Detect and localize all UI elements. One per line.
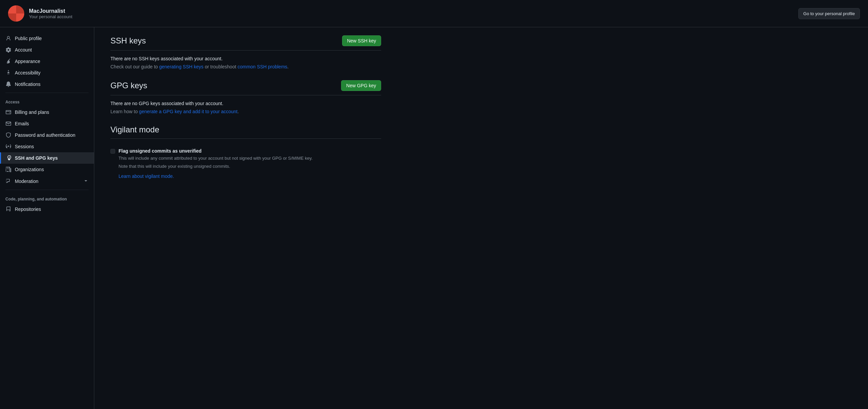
accessibility-icon: [5, 70, 11, 76]
gear-icon: [5, 47, 11, 53]
user-subtitle: Your personal account: [29, 14, 72, 19]
sidebar-item-password[interactable]: Password and authentication: [0, 129, 94, 141]
sidebar-item-label: Billing and plans: [15, 110, 49, 115]
no-ssh-keys-text: There are no SSH keys associated with yo…: [111, 56, 381, 61]
mail-icon: [5, 121, 11, 127]
access-section-label: Access: [0, 96, 94, 107]
sidebar-item-label: Password and authentication: [15, 133, 75, 138]
bell-icon: [5, 81, 11, 87]
generate-gpg-key-link[interactable]: generate a GPG key and add it to your ac…: [139, 109, 238, 114]
credit-card-icon: [5, 109, 11, 115]
learn-vigilant-mode-link[interactable]: Learn about vigilant mode.: [119, 174, 312, 179]
code-section-label: Code, planning, and automation: [0, 193, 94, 204]
sidebar-item-emails[interactable]: Emails: [0, 118, 94, 129]
checkbox-description-line1: This will include any commit attributed …: [119, 155, 312, 162]
new-gpg-key-button[interactable]: New GPG key: [341, 80, 381, 91]
main-content: SSH keys New SSH key There are no SSH ke…: [94, 27, 397, 409]
sidebar-item-label: Sessions: [15, 144, 34, 149]
sidebar-item-label: Emails: [15, 121, 29, 126]
sidebar-item-sessions[interactable]: Sessions: [0, 141, 94, 152]
sidebar-item-label: Public profile: [15, 36, 42, 41]
vigilant-section-title: Vigilant mode: [111, 125, 381, 139]
sidebar-item-label: SSH and GPG keys: [15, 155, 58, 161]
sidebar-item-label: Notifications: [15, 82, 40, 87]
flag-unsigned-commits-row: Flag unsigned commits as unverified This…: [111, 144, 381, 183]
new-ssh-key-button[interactable]: New SSH key: [342, 35, 381, 46]
sidebar-item-notifications[interactable]: Notifications: [0, 79, 94, 90]
sidebar-item-label: Appearance: [15, 59, 40, 64]
no-gpg-keys-text: There are no GPG keys associated with yo…: [111, 101, 381, 106]
sidebar-item-appearance[interactable]: Appearance: [0, 56, 94, 67]
ssh-guide-text: Check out our guide to generating SSH ke…: [111, 64, 381, 69]
sidebar: Public profile Account Appearance Access…: [0, 27, 94, 409]
flag-unsigned-commits-checkbox[interactable]: [111, 149, 115, 154]
sidebar-item-account[interactable]: Account: [0, 44, 94, 56]
avatar: [8, 5, 24, 22]
generating-ssh-keys-link[interactable]: generating SSH keys: [159, 64, 204, 69]
sidebar-item-billing[interactable]: Billing and plans: [0, 107, 94, 118]
user-text-info: MacJournalist Your personal account: [29, 8, 72, 19]
sidebar-item-moderation[interactable]: Moderation: [0, 175, 94, 187]
sidebar-item-organizations[interactable]: Organizations: [0, 164, 94, 175]
org-icon: [5, 167, 11, 173]
sidebar-item-accessibility[interactable]: Accessibility: [0, 67, 94, 79]
gpg-section-title: GPG keys New GPG key: [111, 80, 381, 95]
sidebar-item-label: Organizations: [15, 167, 44, 172]
sidebar-item-label: Accessibility: [15, 70, 40, 76]
checkbox-description-line2: Note that this will include your existin…: [119, 163, 312, 170]
paintbrush-icon: [5, 58, 11, 64]
sidebar-item-label: Account: [15, 47, 32, 53]
ssh-keys-section: SSH keys New SSH key There are no SSH ke…: [111, 35, 381, 69]
repo-icon: [5, 206, 11, 212]
shield-icon: [5, 132, 11, 138]
common-ssh-problems-link[interactable]: common SSH problems: [237, 64, 287, 69]
sidebar-item-label: Moderation: [15, 179, 38, 184]
user-info: MacJournalist Your personal account: [8, 5, 72, 22]
sidebar-divider: [5, 93, 89, 93]
go-to-profile-button[interactable]: Go to your personal profile: [798, 8, 860, 19]
comment-icon: [5, 178, 11, 184]
broadcast-icon: [5, 144, 11, 150]
checkbox-label: Flag unsigned commits as unverified: [119, 148, 312, 154]
sidebar-item-label: Repositories: [15, 206, 41, 212]
sidebar-divider-2: [5, 190, 89, 190]
gpg-keys-section: GPG keys New GPG key There are no GPG ke…: [111, 80, 381, 114]
page-wrapper: MacJournalist Your personal account Go t…: [0, 0, 868, 409]
checkbox-label-group: Flag unsigned commits as unverified This…: [119, 148, 312, 179]
sidebar-item-ssh-gpg[interactable]: SSH and GPG keys: [0, 152, 94, 164]
chevron-down-icon: [83, 178, 89, 184]
person-icon: [5, 35, 11, 41]
content-area: Public profile Account Appearance Access…: [0, 27, 868, 409]
ssh-section-title: SSH keys New SSH key: [111, 35, 381, 51]
top-header: MacJournalist Your personal account Go t…: [0, 0, 868, 27]
key-icon: [5, 155, 11, 161]
sidebar-item-repositories[interactable]: Repositories: [0, 204, 94, 215]
sidebar-item-public-profile[interactable]: Public profile: [0, 33, 94, 44]
gpg-guide-text: Learn how to generate a GPG key and add …: [111, 109, 381, 114]
username: MacJournalist: [29, 8, 72, 14]
vigilant-mode-section: Vigilant mode Flag unsigned commits as u…: [111, 125, 381, 183]
